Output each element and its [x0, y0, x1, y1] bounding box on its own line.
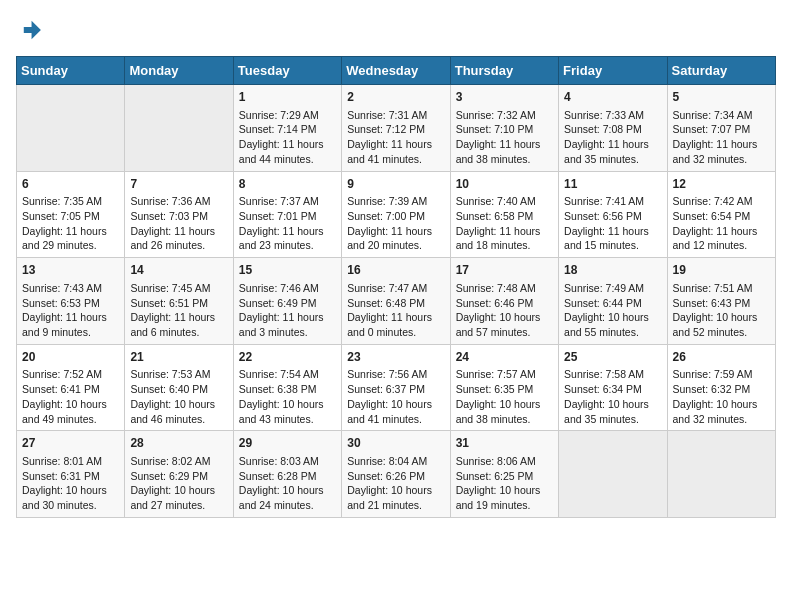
- day-number: 22: [239, 349, 336, 366]
- sunrise-text: Sunrise: 7:35 AM: [22, 195, 102, 207]
- day-number: 3: [456, 89, 553, 106]
- calendar-week-row: 27Sunrise: 8:01 AMSunset: 6:31 PMDayligh…: [17, 431, 776, 518]
- daylight-text: Daylight: 11 hours and 29 minutes.: [22, 225, 107, 252]
- logo-icon: [16, 16, 44, 44]
- sunrise-text: Sunrise: 7:56 AM: [347, 368, 427, 380]
- day-number: 8: [239, 176, 336, 193]
- sunset-text: Sunset: 6:25 PM: [456, 470, 534, 482]
- sunset-text: Sunset: 7:12 PM: [347, 123, 425, 135]
- calendar-day-cell: 23Sunrise: 7:56 AMSunset: 6:37 PMDayligh…: [342, 344, 450, 431]
- sunrise-text: Sunrise: 7:40 AM: [456, 195, 536, 207]
- day-number: 7: [130, 176, 227, 193]
- sunrise-text: Sunrise: 7:54 AM: [239, 368, 319, 380]
- calendar-day-cell: 10Sunrise: 7:40 AMSunset: 6:58 PMDayligh…: [450, 171, 558, 258]
- daylight-text: Daylight: 10 hours and 43 minutes.: [239, 398, 324, 425]
- sunset-text: Sunset: 7:03 PM: [130, 210, 208, 222]
- daylight-text: Daylight: 11 hours and 0 minutes.: [347, 311, 432, 338]
- column-header-wednesday: Wednesday: [342, 57, 450, 85]
- day-number: 12: [673, 176, 770, 193]
- sunset-text: Sunset: 6:34 PM: [564, 383, 642, 395]
- sunrise-text: Sunrise: 7:43 AM: [22, 282, 102, 294]
- calendar-day-cell: 6Sunrise: 7:35 AMSunset: 7:05 PMDaylight…: [17, 171, 125, 258]
- sunrise-text: Sunrise: 8:01 AM: [22, 455, 102, 467]
- daylight-text: Daylight: 11 hours and 15 minutes.: [564, 225, 649, 252]
- sunrise-text: Sunrise: 7:42 AM: [673, 195, 753, 207]
- sunset-text: Sunset: 7:01 PM: [239, 210, 317, 222]
- day-number: 19: [673, 262, 770, 279]
- sunset-text: Sunset: 6:37 PM: [347, 383, 425, 395]
- sunrise-text: Sunrise: 7:33 AM: [564, 109, 644, 121]
- column-header-thursday: Thursday: [450, 57, 558, 85]
- sunrise-text: Sunrise: 7:31 AM: [347, 109, 427, 121]
- sunset-text: Sunset: 6:58 PM: [456, 210, 534, 222]
- daylight-text: Daylight: 11 hours and 3 minutes.: [239, 311, 324, 338]
- day-number: 25: [564, 349, 661, 366]
- sunrise-text: Sunrise: 7:47 AM: [347, 282, 427, 294]
- calendar-day-cell: 5Sunrise: 7:34 AMSunset: 7:07 PMDaylight…: [667, 85, 775, 172]
- sunrise-text: Sunrise: 7:37 AM: [239, 195, 319, 207]
- sunrise-text: Sunrise: 7:57 AM: [456, 368, 536, 380]
- daylight-text: Daylight: 10 hours and 27 minutes.: [130, 484, 215, 511]
- daylight-text: Daylight: 11 hours and 18 minutes.: [456, 225, 541, 252]
- calendar-day-cell: [559, 431, 667, 518]
- calendar-day-cell: 13Sunrise: 7:43 AMSunset: 6:53 PMDayligh…: [17, 258, 125, 345]
- sunrise-text: Sunrise: 7:59 AM: [673, 368, 753, 380]
- sunset-text: Sunset: 7:05 PM: [22, 210, 100, 222]
- sunrise-text: Sunrise: 7:49 AM: [564, 282, 644, 294]
- daylight-text: Daylight: 11 hours and 32 minutes.: [673, 138, 758, 165]
- sunrise-text: Sunrise: 7:53 AM: [130, 368, 210, 380]
- calendar-day-cell: 8Sunrise: 7:37 AMSunset: 7:01 PMDaylight…: [233, 171, 341, 258]
- sunrise-text: Sunrise: 8:03 AM: [239, 455, 319, 467]
- daylight-text: Daylight: 11 hours and 35 minutes.: [564, 138, 649, 165]
- sunset-text: Sunset: 6:43 PM: [673, 297, 751, 309]
- day-number: 16: [347, 262, 444, 279]
- calendar-day-cell: 11Sunrise: 7:41 AMSunset: 6:56 PMDayligh…: [559, 171, 667, 258]
- day-number: 15: [239, 262, 336, 279]
- sunrise-text: Sunrise: 7:36 AM: [130, 195, 210, 207]
- calendar-day-cell: 17Sunrise: 7:48 AMSunset: 6:46 PMDayligh…: [450, 258, 558, 345]
- daylight-text: Daylight: 11 hours and 44 minutes.: [239, 138, 324, 165]
- sunset-text: Sunset: 6:41 PM: [22, 383, 100, 395]
- daylight-text: Daylight: 10 hours and 32 minutes.: [673, 398, 758, 425]
- daylight-text: Daylight: 11 hours and 20 minutes.: [347, 225, 432, 252]
- day-number: 21: [130, 349, 227, 366]
- logo: [16, 16, 48, 44]
- daylight-text: Daylight: 10 hours and 38 minutes.: [456, 398, 541, 425]
- sunrise-text: Sunrise: 7:48 AM: [456, 282, 536, 294]
- sunset-text: Sunset: 6:53 PM: [22, 297, 100, 309]
- sunrise-text: Sunrise: 7:58 AM: [564, 368, 644, 380]
- day-number: 31: [456, 435, 553, 452]
- column-header-friday: Friday: [559, 57, 667, 85]
- day-number: 13: [22, 262, 119, 279]
- daylight-text: Daylight: 10 hours and 49 minutes.: [22, 398, 107, 425]
- sunrise-text: Sunrise: 7:46 AM: [239, 282, 319, 294]
- calendar-day-cell: 31Sunrise: 8:06 AMSunset: 6:25 PMDayligh…: [450, 431, 558, 518]
- sunset-text: Sunset: 6:32 PM: [673, 383, 751, 395]
- daylight-text: Daylight: 10 hours and 41 minutes.: [347, 398, 432, 425]
- sunset-text: Sunset: 6:56 PM: [564, 210, 642, 222]
- day-number: 23: [347, 349, 444, 366]
- sunset-text: Sunset: 6:38 PM: [239, 383, 317, 395]
- day-number: 26: [673, 349, 770, 366]
- sunset-text: Sunset: 6:35 PM: [456, 383, 534, 395]
- calendar-day-cell: 27Sunrise: 8:01 AMSunset: 6:31 PMDayligh…: [17, 431, 125, 518]
- sunrise-text: Sunrise: 7:29 AM: [239, 109, 319, 121]
- sunset-text: Sunset: 7:08 PM: [564, 123, 642, 135]
- daylight-text: Daylight: 10 hours and 57 minutes.: [456, 311, 541, 338]
- sunrise-text: Sunrise: 8:04 AM: [347, 455, 427, 467]
- day-number: 28: [130, 435, 227, 452]
- calendar-table: SundayMondayTuesdayWednesdayThursdayFrid…: [16, 56, 776, 518]
- daylight-text: Daylight: 11 hours and 6 minutes.: [130, 311, 215, 338]
- calendar-day-cell: 7Sunrise: 7:36 AMSunset: 7:03 PMDaylight…: [125, 171, 233, 258]
- day-number: 14: [130, 262, 227, 279]
- day-number: 30: [347, 435, 444, 452]
- sunrise-text: Sunrise: 7:51 AM: [673, 282, 753, 294]
- day-number: 1: [239, 89, 336, 106]
- sunset-text: Sunset: 6:31 PM: [22, 470, 100, 482]
- day-number: 20: [22, 349, 119, 366]
- daylight-text: Daylight: 10 hours and 52 minutes.: [673, 311, 758, 338]
- sunset-text: Sunset: 6:46 PM: [456, 297, 534, 309]
- daylight-text: Daylight: 11 hours and 23 minutes.: [239, 225, 324, 252]
- sunrise-text: Sunrise: 8:02 AM: [130, 455, 210, 467]
- day-number: 27: [22, 435, 119, 452]
